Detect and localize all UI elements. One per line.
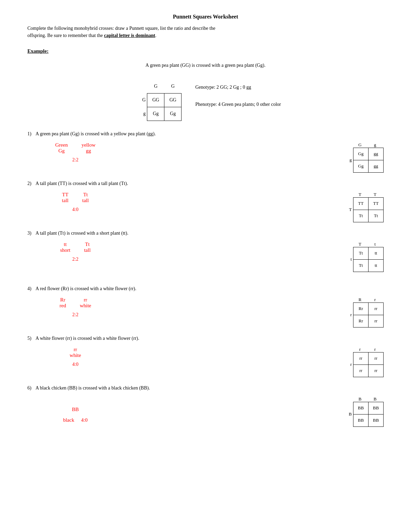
q3-ratio: 2:2 xyxy=(72,257,78,262)
example-phenotype: Phenotype: 4 Green pea plants; 0 other c… xyxy=(195,100,281,109)
q1-col-h1: G xyxy=(352,142,368,148)
q6-row-h1: B xyxy=(346,411,353,417)
q3-cell-11: tt xyxy=(369,259,384,272)
q1-cell-01: gg xyxy=(369,148,384,160)
example-punnett-table: G G G GG GG g Gg Gg xyxy=(130,79,182,121)
q5-cell-00: rr xyxy=(353,352,369,364)
q6-genotype1: BB xyxy=(72,407,79,412)
q1-col-h2: g xyxy=(368,142,383,148)
q4-text: A red flower (Rr) is crossed with a whit… xyxy=(36,286,136,292)
q2-cell-11: Tt xyxy=(369,210,384,222)
q5-ratio-area: rr white 4:0 xyxy=(41,347,110,367)
question-6-section: 6) A black chicken (BB) is crossed with … xyxy=(27,385,384,427)
q2-row-h1: T xyxy=(346,207,353,212)
q5-phenotype1: white xyxy=(70,352,81,358)
q5-punnett-wrapper: r r r rr rr rr rr xyxy=(346,347,384,377)
q6-ratio: 4:0 xyxy=(81,417,88,423)
q6-cell-01: BB xyxy=(369,402,384,414)
q2-ratio-area: TT tall Tt tall 4:0 xyxy=(41,192,110,212)
q6-col-h1: B xyxy=(352,396,368,402)
q4-phenotype2: white xyxy=(80,303,91,309)
question-2-section: 2) A tall plant (TT) is crossed with a t… xyxy=(27,181,384,222)
q6-phenotype1: black xyxy=(63,417,74,423)
q6-col-h2: B xyxy=(368,396,383,402)
q6-punnett-wrapper: B B B BB BB BB BB xyxy=(346,396,384,427)
q3-col-h2: t xyxy=(368,242,383,247)
q4-col-h1: R xyxy=(352,297,368,302)
q2-num: 2) xyxy=(27,181,32,186)
example-label: Example: xyxy=(27,48,384,54)
q2-phenotype1: tall xyxy=(62,198,68,203)
question-4-section: 4) A red flower (Rr) is crossed with a w… xyxy=(27,286,384,327)
q5-col-h2: r xyxy=(368,347,383,352)
intro-line2: offspring. Be sure to remember that the xyxy=(27,33,104,38)
q1-cell-11: gg xyxy=(369,160,384,172)
q2-cell-01: TT xyxy=(369,197,384,210)
q1-genotype1: Gg xyxy=(55,148,68,154)
q4-ratio-area: Rr red rr white 2:2 xyxy=(41,297,110,318)
q4-genotype2: rr xyxy=(80,297,91,303)
q2-genotype1: TT xyxy=(62,192,68,198)
q5-cell-11: rr xyxy=(369,364,384,377)
q2-punnett-table: TT TT Tt Tt xyxy=(353,197,384,222)
question-5-section: 5) A white flower (rr) is crossed with a… xyxy=(27,336,384,377)
q2-genotype2: Tt xyxy=(82,192,89,198)
q2-col-h1: T xyxy=(352,192,368,197)
q6-text: A black chicken (BB) is crossed with a b… xyxy=(36,385,150,391)
q3-row-h1: t xyxy=(346,257,353,262)
q5-punnett-table: rr rr rr rr xyxy=(353,352,384,377)
example-cell-gg3: Gg xyxy=(147,107,164,121)
q2-punnett-wrapper: T T T TT TT Tt Tt xyxy=(346,192,384,222)
q3-col-h1: T xyxy=(352,242,368,247)
q1-text: A green pea plant (Gg) is crossed with a… xyxy=(36,131,156,137)
example-section: G G G GG GG g Gg Gg Genotype: 2 GG; 2 Gg… xyxy=(27,79,384,121)
q3-cell-10: Tt xyxy=(353,259,369,272)
q1-num: 1) xyxy=(27,131,32,137)
intro-line3: . xyxy=(155,33,157,38)
q4-row-h1: r xyxy=(346,312,353,318)
q1-genotype2: gg xyxy=(82,148,96,154)
q4-genotype1: Rr xyxy=(60,297,66,303)
q2-ratio: 4:0 xyxy=(72,207,78,212)
intro-text: Complete the following monohybrid crosse… xyxy=(27,25,384,39)
question-1-section: 1) A green pea plant (Gg) is crossed wit… xyxy=(27,131,384,173)
q4-phenotype1: red xyxy=(60,303,66,309)
q2-cell-10: Tt xyxy=(353,210,369,222)
q5-ratio: 4:0 xyxy=(72,362,78,367)
q5-cell-10: rr xyxy=(353,364,369,377)
example-genotype: Genotype: 2 GG; 2 Gg ; 0 gg xyxy=(195,83,281,91)
question-3-section: 3) A tall plant (Tt) is crossed with a s… xyxy=(27,231,384,272)
q5-text: A white flower (rr) is crossed with a wh… xyxy=(36,336,139,341)
q4-cell-01: rr xyxy=(369,302,384,315)
q5-num: 5) xyxy=(27,336,32,341)
q3-punnett-table: Tt tt Tt tt xyxy=(353,247,384,272)
q3-punnett-wrapper: T t t Tt tt Tt tt xyxy=(346,242,384,272)
q5-cell-01: rr xyxy=(369,352,384,364)
q1-phenotype2: yellow xyxy=(82,142,96,148)
q4-col-h2: r xyxy=(368,297,383,302)
q6-cell-11: BB xyxy=(369,414,384,426)
example-punnett-wrapper: G G G GG GG g Gg Gg xyxy=(130,79,182,121)
q1-ratio: 2:2 xyxy=(72,157,78,163)
q2-phenotype2: tall xyxy=(82,198,89,203)
example-cell-gg4: Gg xyxy=(164,107,182,121)
q3-text: A tall plant (Tt) is crossed with a shor… xyxy=(36,231,128,236)
q1-cell-00: Gg xyxy=(353,148,369,160)
q3-genotype1: tt xyxy=(60,242,70,247)
q5-col-h1: r xyxy=(352,347,368,352)
example-cell-gg1: GG xyxy=(147,93,164,107)
q4-cell-11: rr xyxy=(369,315,384,327)
page-title: Punnett Squares Worksheet xyxy=(27,14,384,20)
q3-num: 3) xyxy=(27,231,32,236)
q2-text: A tall plant (TT) is crossed with a tall… xyxy=(36,181,128,186)
q1-punnett-table: Gg gg Gg gg xyxy=(353,148,384,173)
q1-row-h1: g xyxy=(346,157,353,163)
q2-cell-00: TT xyxy=(353,197,369,210)
q6-num: 6) xyxy=(27,385,32,391)
q4-cell-00: Rr xyxy=(353,302,369,315)
q6-ratio-area: BB black 4:0 xyxy=(41,407,110,423)
q4-num: 4) xyxy=(27,286,32,292)
q3-phenotype1: short xyxy=(60,247,70,253)
q2-col-h2: T xyxy=(368,192,383,197)
intro-line1: Complete the following monohybrid crosse… xyxy=(27,26,215,31)
